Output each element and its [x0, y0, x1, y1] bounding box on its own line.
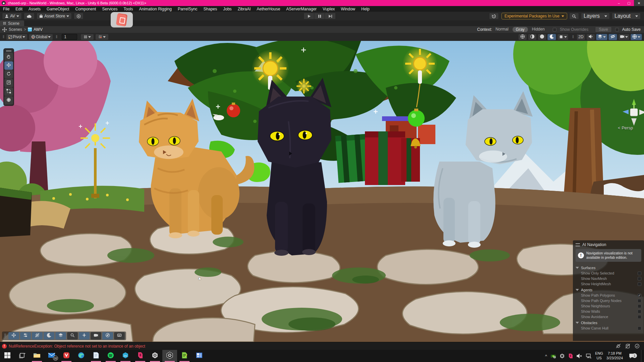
toggle-show-only-selected[interactable]: Show Only Selected: [573, 270, 644, 276]
section-obstacles[interactable]: Obstacles: [573, 319, 644, 325]
navigation-compass-icon[interactable]: [102, 332, 113, 340]
hub-tray-icon[interactable]: [559, 353, 565, 359]
toggle-show-avoidance[interactable]: Show Avoidance: [573, 314, 644, 319]
context-option-gray[interactable]: Gray: [513, 27, 528, 32]
toggle-show-navmesh[interactable]: Show NavMesh: [573, 276, 644, 281]
pause-button[interactable]: [314, 13, 325, 19]
asset-store-dropdown[interactable]: Asset Store: [37, 13, 72, 19]
version-control-button[interactable]: [74, 13, 84, 19]
menu-vuplex[interactable]: Vuplex: [320, 6, 338, 12]
context-option-normal[interactable]: Normal: [495, 27, 508, 32]
lighting-icon[interactable]: [44, 332, 54, 340]
debugger-detached-icon[interactable]: [614, 343, 622, 349]
checkbox[interactable]: [638, 282, 641, 286]
down-axis-cone[interactable]: [631, 118, 637, 126]
gizmo-cube[interactable]: [630, 109, 638, 116]
checkbox[interactable]: [638, 277, 641, 281]
effects-overlay-icon[interactable]: [55, 332, 66, 340]
z-axis-cone[interactable]: [639, 110, 644, 115]
projection-label[interactable]: < Persp: [618, 125, 644, 130]
close-button[interactable]: ✕: [634, 0, 644, 6]
auto-save-checkbox[interactable]: [615, 28, 619, 32]
menu-parrelsync[interactable]: ParrelSync: [175, 6, 201, 12]
scene-viewport[interactable]: < Persp ▲: [0, 41, 644, 342]
overlay-handle[interactable]: ‖: [3, 35, 5, 39]
shaded-wireframe-icon[interactable]: [518, 34, 527, 40]
scale-tool[interactable]: [4, 79, 13, 87]
pivot-dropdown[interactable]: Pivot: [6, 34, 28, 40]
clock[interactable]: 7:18 PM3/23/2024: [606, 351, 623, 361]
notepad-plus-plus[interactable]: [177, 350, 192, 362]
mail-app[interactable]: 32: [44, 350, 59, 362]
sphere-icon[interactable]: [538, 34, 546, 40]
nvidia-tray-icon[interactable]: [550, 353, 556, 359]
menu-edit[interactable]: Edit: [12, 6, 25, 12]
half-sphere-icon[interactable]: [528, 34, 537, 40]
scene-visibility-icon[interactable]: [608, 34, 617, 40]
volume-muted-icon[interactable]: [576, 353, 582, 359]
notepad-app[interactable]: [89, 350, 103, 362]
save-button[interactable]: Save: [595, 26, 611, 33]
x-axis-cone[interactable]: [623, 110, 629, 114]
network-icon[interactable]: [586, 353, 592, 359]
overlay-drag-handle[interactable]: [4, 50, 13, 52]
grid-visibility-dropdown[interactable]: [80, 34, 94, 40]
toggle-show-path-query-nodes[interactable]: Show Path Query Nodes: [573, 298, 644, 303]
center-icon[interactable]: [79, 332, 90, 340]
task-view-button[interactable]: [15, 350, 30, 362]
section-surfaces[interactable]: Surfaces: [573, 264, 644, 270]
notification-center-button[interactable]: 1: [626, 353, 638, 359]
menu-gameobject[interactable]: GameObject: [44, 6, 72, 12]
breadcrumb-root[interactable]: Scenes: [9, 27, 22, 32]
global-dropdown[interactable]: Global: [29, 34, 53, 40]
layout-dropdown[interactable]: Layout: [612, 13, 641, 19]
checkbox[interactable]: [638, 299, 641, 303]
step-button[interactable]: [325, 13, 336, 19]
menu-aetherhouse[interactable]: AetherHouse: [254, 6, 283, 12]
play-button[interactable]: [304, 13, 314, 19]
gizmos-label-icon[interactable]: [114, 332, 125, 340]
ok-check-icon[interactable]: [633, 343, 641, 349]
status-bar[interactable]: ! NullReferenceException: Object referen…: [0, 342, 644, 350]
quixel-tray-icon[interactable]: [568, 353, 573, 359]
context-option-hidden[interactable]: Hidden: [532, 27, 545, 32]
grid-snap-dropdown[interactable]: [95, 34, 109, 40]
menu-shapes[interactable]: Shapes: [201, 6, 220, 12]
toggle-show-neighbours[interactable]: Show Neighbours: [573, 303, 644, 309]
menu-jobs[interactable]: Jobs: [220, 6, 234, 12]
tab-scene[interactable]: Scene: [0, 20, 24, 26]
checkbox[interactable]: [638, 310, 641, 313]
cache-disabled-icon[interactable]: [624, 343, 631, 349]
checkbox[interactable]: [638, 272, 641, 275]
menu-services[interactable]: Services: [99, 6, 120, 12]
toggle-show-walls[interactable]: Show Walls: [573, 309, 644, 314]
davinci-app[interactable]: Dv: [118, 350, 133, 362]
spotify-app[interactable]: [103, 350, 118, 362]
scene-orientation-gizmo[interactable]: [618, 96, 644, 128]
toggle-show-path-polygons[interactable]: Show Path Polygons✓: [573, 293, 644, 298]
checkbox[interactable]: [638, 315, 641, 319]
menu-assets[interactable]: Assets: [25, 6, 44, 12]
start-button[interactable]: [0, 350, 15, 362]
checkbox[interactable]: ✓: [638, 294, 641, 297]
camera-overlay-icon[interactable]: [91, 332, 101, 340]
breadcrumb-current[interactable]: AWV: [34, 27, 43, 32]
cloud-button[interactable]: [24, 13, 35, 19]
experimental-packages-dropdown[interactable]: Experimental Packages In Use: [501, 13, 567, 19]
menu-component[interactable]: Component: [72, 6, 99, 12]
section-agents[interactable]: Agents: [573, 287, 644, 293]
visual-studio[interactable]: [192, 350, 207, 362]
search-button[interactable]: [569, 13, 579, 19]
gizmos-icon[interactable]: [631, 34, 642, 40]
effects-icon[interactable]: [596, 34, 607, 40]
overlay-handle[interactable]: ‖: [56, 35, 58, 39]
checkbox[interactable]: [638, 326, 641, 330]
menu-animation-rigging[interactable]: Animation Rigging: [136, 6, 174, 12]
y-axis-cone[interactable]: [632, 99, 636, 105]
show-desktop-button[interactable]: [641, 350, 643, 362]
menu-help[interactable]: Help: [358, 6, 373, 12]
console-error-message[interactable]: NullReferenceException: Object reference…: [9, 344, 145, 349]
account-dropdown[interactable]: AV: [2, 13, 22, 19]
quixel-app[interactable]: [133, 350, 148, 362]
camera-icon[interactable]: [618, 34, 630, 40]
